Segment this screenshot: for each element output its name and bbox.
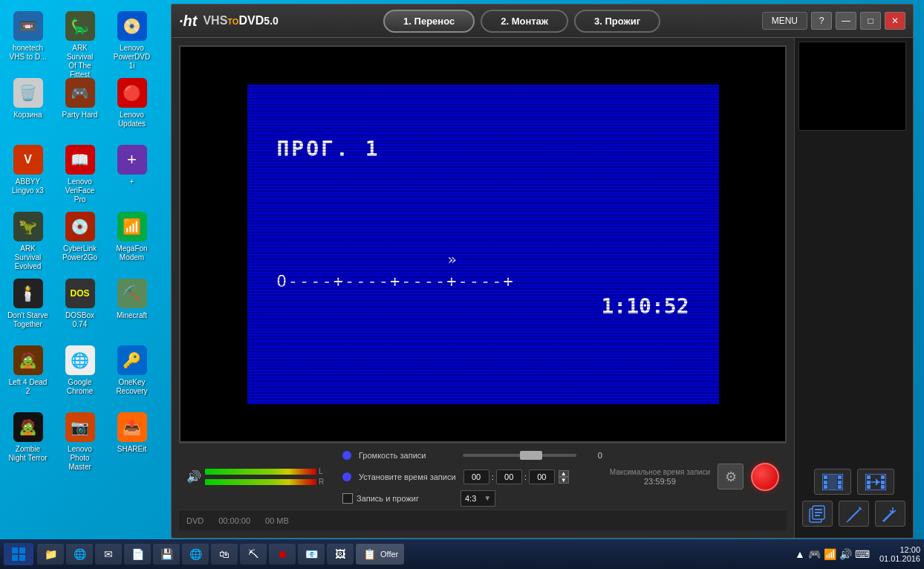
ratio-select[interactable]: 4:3 ▼: [461, 490, 495, 507]
taskbar-icon-offer: 📋: [362, 547, 377, 562]
desktop-icon-partyhard[interactable]: 🎮 Party Hard: [56, 74, 104, 123]
desktop-icon-dontstarve[interactable]: 🕯️ Don't StarveTogether: [4, 275, 52, 333]
prog-text: ПРОГ. 1: [277, 137, 689, 161]
desktop-icon-ark-evolved[interactable]: 🦖 ARK SurvivalEvolved: [4, 208, 52, 275]
desktop-icon-honetechvhs[interactable]: 📼 honetechVHS to D...: [4, 7, 52, 65]
record-burn-cb[interactable]: [342, 493, 353, 504]
settings-button[interactable]: ⚙: [718, 464, 744, 490]
volume-bars: L R: [205, 467, 324, 486]
svg-line-25: [883, 512, 893, 521]
svg-rect-14: [881, 485, 885, 489]
svg-rect-7: [828, 475, 837, 490]
desktop-icon-cyberlink[interactable]: 💿 CyberLinkPower2Go: [56, 208, 104, 266]
svg-rect-34: [19, 555, 25, 561]
taskbar-item-photo[interactable]: 🖼: [327, 544, 354, 565]
tray-volume-icon[interactable]: 🔊: [839, 548, 852, 560]
tray-expand-icon[interactable]: ▲: [795, 548, 805, 560]
desktop-icon-abbyy-plus[interactable]: + +: [108, 141, 156, 190]
svg-rect-9: [867, 475, 871, 479]
taskbar-item-offer-label: Offer: [380, 550, 398, 559]
tab-transfer[interactable]: 1. Перенос: [383, 10, 475, 33]
taskbar-item-word[interactable]: 📄: [124, 544, 151, 565]
volume-slider[interactable]: [463, 454, 576, 457]
desktop-icons: 📼 honetechVHS to D... 🦕 ARK SurvivalOf T…: [0, 0, 160, 535]
desktop-icon-left4dead[interactable]: 🧟 Left 4 Dead 2: [4, 342, 52, 400]
svg-rect-10: [867, 481, 871, 484]
desktop-icon-lenovophoto[interactable]: 📷 LenovoPhoto Master: [56, 409, 104, 475]
taskbar-icon-explorer: 📁: [43, 547, 58, 562]
taskbar-item-explorer[interactable]: 📁: [37, 544, 64, 565]
nav-tabs: 1. Перенос 2. Монтаж 3. Прожиг: [290, 10, 755, 33]
logo-vhs: VHSTODVD5.0: [203, 14, 278, 27]
svg-rect-2: [824, 481, 827, 484]
film-strip-btn-2[interactable]: [857, 469, 894, 495]
copy-btn[interactable]: [802, 501, 833, 527]
desktop-icon-lenovoupdates[interactable]: 🔴 LenovoUpdates: [108, 74, 156, 132]
taskbar-item-store[interactable]: 🛍: [211, 544, 238, 565]
desktop-icon-onekey[interactable]: 🔑 OneKeyRecovery: [108, 342, 156, 400]
taskbar-icon-mail: ✉: [101, 547, 116, 562]
taskbar-icon-minecraft: ⛏: [246, 547, 261, 562]
tab-burn[interactable]: 3. Прожиг: [574, 10, 660, 33]
tray-steam-icon[interactable]: 🎮: [808, 548, 821, 560]
time-minutes[interactable]: [496, 469, 522, 484]
taskbar-item-disk[interactable]: 💾: [153, 544, 180, 565]
desktop-icon-googlechrome[interactable]: 🌐 GoogleChrome: [56, 342, 104, 400]
desktop-icon-megafon[interactable]: 📶 MegaFonModem: [108, 208, 156, 266]
time-spin-down[interactable]: ▼: [559, 477, 569, 484]
minimize-button[interactable]: —: [836, 12, 856, 30]
speaker-icon: 🔊: [186, 469, 201, 484]
svg-rect-5: [838, 481, 842, 484]
taskbar-clock[interactable]: 12:00 01.01.2016: [879, 545, 920, 563]
taskbar-item-email2[interactable]: 📧: [298, 544, 325, 565]
close-button[interactable]: ✕: [885, 12, 905, 30]
desktop-icon-shareit[interactable]: 📤 SHAREit: [108, 409, 156, 458]
taskbar-item-minecraft[interactable]: ⛏: [240, 544, 267, 565]
tray-icons: ▲ 🎮 📶 🔊 ⌨: [795, 548, 870, 560]
tray-keyboard-icon[interactable]: ⌨: [855, 548, 870, 560]
svg-rect-1: [824, 475, 827, 479]
desktop-icon-lenovopowerdvd[interactable]: 📀 LenovoPowerDVD1i: [108, 7, 156, 74]
volume-ctrl-row: Громкость записи 0: [342, 446, 602, 464]
taskbar-item-ie[interactable]: 🌐: [66, 544, 93, 565]
status-bar: DVD 00:00:00 00 MB: [179, 510, 787, 530]
edit-btn[interactable]: [839, 501, 869, 527]
start-button[interactable]: [4, 543, 33, 565]
main-panel: ПРОГ. 1 » O----+----+----+----+ 1:10:52 …: [172, 38, 794, 538]
menu-button[interactable]: MENU: [762, 12, 807, 30]
time-display: 1:10:52: [277, 294, 689, 319]
taskbar-item-mail[interactable]: ✉: [95, 544, 122, 565]
record-button[interactable]: [751, 463, 779, 491]
video-content: ПРОГ. 1 » O----+----+----+----+ 1:10:52: [247, 85, 719, 404]
desktop-icon-zombieterror[interactable]: 🧟 ZombieNight Terror: [4, 409, 52, 466]
taskbar-item-chrome[interactable]: 🌐: [182, 544, 209, 565]
wand-btn[interactable]: [875, 501, 905, 527]
svg-line-22: [848, 510, 859, 521]
svg-rect-13: [881, 481, 885, 484]
svg-rect-6: [838, 485, 842, 489]
tab-montage[interactable]: 2. Монтаж: [481, 10, 568, 33]
desktop-icon-abbyy[interactable]: V ABBYYLingvo x3: [4, 141, 52, 199]
tray-network-icon[interactable]: 📶: [824, 548, 836, 560]
taskbar-item-record[interactable]: ⏺: [269, 544, 296, 565]
time-hours[interactable]: [463, 469, 489, 484]
taskbar-icon-disk: 💾: [159, 547, 174, 562]
svg-marker-16: [876, 478, 879, 486]
desktop-icon-lenovoveriface[interactable]: 📖 LenovoVeriFace Pro: [56, 141, 104, 208]
time-seconds[interactable]: [529, 469, 555, 484]
title-controls: MENU ? — □ ✕: [762, 12, 905, 30]
taskbar-tray: ▲ 🎮 📶 🔊 ⌨ 12:00 01.01.2016: [795, 545, 920, 563]
help-button[interactable]: ?: [811, 12, 832, 30]
right-btn-row-2: [802, 501, 905, 527]
film-strip-btn-1[interactable]: [814, 469, 851, 495]
time-spin-up[interactable]: ▲: [559, 470, 569, 477]
taskbar-icon-word: 📄: [130, 547, 145, 562]
maximize-button[interactable]: □: [860, 12, 881, 30]
desktop-icon-ark-fittest[interactable]: 🦕 ARK SurvivalOf The Fittest: [56, 7, 104, 83]
taskbar-item-offer[interactable]: 📋 Offer: [356, 544, 404, 565]
desktop-icon-minecraft[interactable]: ⛏️ Minecraft: [108, 275, 156, 324]
desktop-icon-recycle[interactable]: 🗑️ Корзина: [4, 74, 52, 123]
progress-arrows: »: [448, 250, 689, 268]
controls-main: Громкость записи 0 Установите время запи…: [342, 446, 602, 507]
desktop-icon-dosbox[interactable]: DOS DOSBox 0.74: [56, 275, 104, 333]
